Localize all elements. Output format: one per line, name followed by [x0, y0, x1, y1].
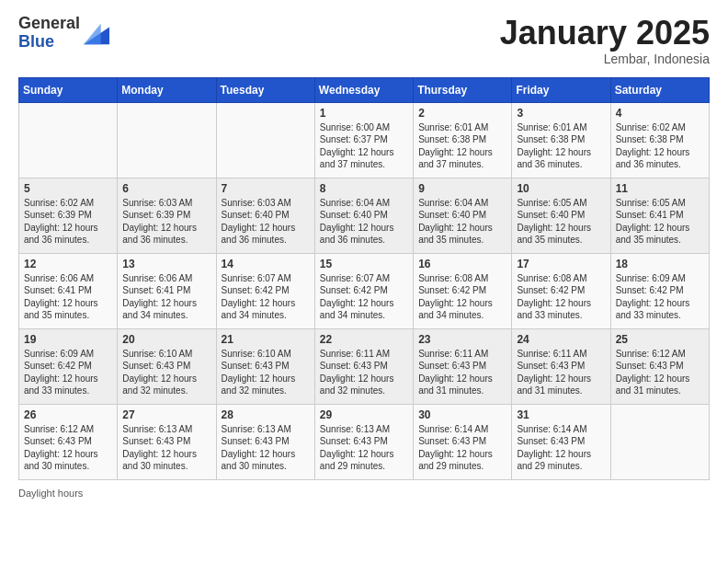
day-number: 17: [517, 258, 605, 270]
calendar-cell: 7Sunrise: 6:03 AM Sunset: 6:40 PM Daylig…: [216, 178, 314, 253]
calendar-cell: 22Sunrise: 6:11 AM Sunset: 6:43 PM Dayli…: [314, 328, 413, 404]
day-info: Sunrise: 6:00 AM Sunset: 6:37 PM Dayligh…: [320, 121, 408, 171]
day-number: 13: [122, 258, 210, 270]
header-cell-wednesday: Wednesday: [314, 77, 413, 102]
calendar-cell: 2Sunrise: 6:01 AM Sunset: 6:38 PM Daylig…: [414, 102, 512, 178]
day-info: Sunrise: 6:02 AM Sunset: 6:38 PM Dayligh…: [616, 121, 704, 171]
day-number: 11: [616, 182, 704, 195]
calendar-cell: 16Sunrise: 6:08 AM Sunset: 6:42 PM Dayli…: [414, 253, 512, 328]
calendar-cell: 6Sunrise: 6:03 AM Sunset: 6:39 PM Daylig…: [118, 178, 216, 253]
month-title: January 2025: [500, 15, 710, 52]
calendar-cell: [118, 102, 216, 178]
calendar-cell: 12Sunrise: 6:06 AM Sunset: 6:41 PM Dayli…: [19, 253, 118, 328]
logo-icon: [84, 20, 109, 46]
calendar-cell: 20Sunrise: 6:10 AM Sunset: 6:43 PM Dayli…: [118, 328, 216, 404]
page: General Blue January 2025 Lembar, Indone…: [0, 0, 728, 513]
calendar-cell: 31Sunrise: 6:14 AM Sunset: 6:43 PM Dayli…: [512, 404, 610, 479]
day-info: Sunrise: 6:04 AM Sunset: 6:40 PM Dayligh…: [418, 197, 506, 247]
day-number: 6: [122, 182, 210, 195]
header-cell-tuesday: Tuesday: [216, 77, 314, 102]
calendar-cell: 18Sunrise: 6:09 AM Sunset: 6:42 PM Dayli…: [610, 253, 709, 328]
subtitle: Lembar, Indonesia: [500, 52, 710, 66]
daylight-label: Daylight hours: [18, 488, 83, 499]
day-info: Sunrise: 6:11 AM Sunset: 6:43 PM Dayligh…: [320, 348, 408, 397]
day-number: 3: [517, 107, 605, 120]
calendar-cell: 11Sunrise: 6:05 AM Sunset: 6:41 PM Dayli…: [610, 178, 709, 253]
logo-text: General Blue: [18, 15, 80, 52]
calendar-cell: [19, 102, 118, 178]
day-number: 1: [320, 107, 408, 120]
day-number: 26: [24, 408, 112, 421]
day-number: 25: [616, 333, 704, 346]
day-info: Sunrise: 6:11 AM Sunset: 6:43 PM Dayligh…: [418, 348, 506, 397]
day-info: Sunrise: 6:03 AM Sunset: 6:40 PM Dayligh…: [222, 197, 310, 247]
day-number: 9: [418, 182, 506, 195]
header-cell-monday: Monday: [118, 77, 216, 102]
day-info: Sunrise: 6:08 AM Sunset: 6:42 PM Dayligh…: [517, 272, 605, 322]
day-number: 8: [320, 182, 408, 195]
day-info: Sunrise: 6:14 AM Sunset: 6:43 PM Dayligh…: [418, 423, 506, 473]
day-number: 19: [24, 333, 112, 346]
day-number: 14: [222, 258, 310, 270]
calendar-cell: 15Sunrise: 6:07 AM Sunset: 6:42 PM Dayli…: [314, 253, 413, 328]
day-info: Sunrise: 6:12 AM Sunset: 6:43 PM Dayligh…: [24, 423, 112, 473]
calendar-cell: 29Sunrise: 6:13 AM Sunset: 6:43 PM Dayli…: [314, 404, 413, 479]
day-info: Sunrise: 6:07 AM Sunset: 6:42 PM Dayligh…: [320, 272, 408, 322]
day-info: Sunrise: 6:06 AM Sunset: 6:41 PM Dayligh…: [122, 272, 210, 322]
calendar-cell: 28Sunrise: 6:13 AM Sunset: 6:43 PM Dayli…: [216, 404, 314, 479]
week-row: 19Sunrise: 6:09 AM Sunset: 6:42 PM Dayli…: [19, 328, 710, 404]
week-row: 1Sunrise: 6:00 AM Sunset: 6:37 PM Daylig…: [19, 102, 710, 178]
calendar-cell: 27Sunrise: 6:13 AM Sunset: 6:43 PM Dayli…: [118, 404, 216, 479]
day-number: 31: [517, 408, 605, 421]
day-number: 23: [418, 333, 506, 346]
day-number: 20: [122, 333, 210, 346]
day-info: Sunrise: 6:01 AM Sunset: 6:38 PM Dayligh…: [517, 121, 605, 171]
day-number: 4: [616, 107, 704, 120]
calendar-cell: [216, 102, 314, 178]
calendar-cell: 9Sunrise: 6:04 AM Sunset: 6:40 PM Daylig…: [414, 178, 512, 253]
calendar-cell: 8Sunrise: 6:04 AM Sunset: 6:40 PM Daylig…: [314, 178, 413, 253]
day-info: Sunrise: 6:13 AM Sunset: 6:43 PM Dayligh…: [222, 423, 310, 473]
day-info: Sunrise: 6:12 AM Sunset: 6:43 PM Dayligh…: [616, 348, 704, 397]
calendar-cell: 21Sunrise: 6:10 AM Sunset: 6:43 PM Dayli…: [216, 328, 314, 404]
day-number: 5: [24, 182, 112, 195]
day-info: Sunrise: 6:05 AM Sunset: 6:41 PM Dayligh…: [616, 197, 704, 247]
header-cell-saturday: Saturday: [610, 77, 709, 102]
day-number: 27: [122, 408, 210, 421]
calendar-cell: 24Sunrise: 6:11 AM Sunset: 6:43 PM Dayli…: [512, 328, 610, 404]
day-info: Sunrise: 6:10 AM Sunset: 6:43 PM Dayligh…: [222, 348, 310, 397]
day-info: Sunrise: 6:09 AM Sunset: 6:42 PM Dayligh…: [616, 272, 704, 322]
calendar-cell: 17Sunrise: 6:08 AM Sunset: 6:42 PM Dayli…: [512, 253, 610, 328]
calendar-cell: 14Sunrise: 6:07 AM Sunset: 6:42 PM Dayli…: [216, 253, 314, 328]
day-number: 22: [320, 333, 408, 346]
calendar-cell: 13Sunrise: 6:06 AM Sunset: 6:41 PM Dayli…: [118, 253, 216, 328]
day-info: Sunrise: 6:08 AM Sunset: 6:42 PM Dayligh…: [418, 272, 506, 322]
logo: General Blue: [18, 15, 109, 52]
header-cell-thursday: Thursday: [414, 77, 512, 102]
calendar-cell: 1Sunrise: 6:00 AM Sunset: 6:37 PM Daylig…: [314, 102, 413, 178]
logo-general: General: [18, 15, 80, 33]
calendar-cell: 30Sunrise: 6:14 AM Sunset: 6:43 PM Dayli…: [414, 404, 512, 479]
day-number: 7: [222, 182, 310, 195]
day-info: Sunrise: 6:13 AM Sunset: 6:43 PM Dayligh…: [320, 423, 408, 473]
calendar-cell: 25Sunrise: 6:12 AM Sunset: 6:43 PM Dayli…: [610, 328, 709, 404]
day-number: 29: [320, 408, 408, 421]
calendar-cell: 26Sunrise: 6:12 AM Sunset: 6:43 PM Dayli…: [19, 404, 118, 479]
day-info: Sunrise: 6:07 AM Sunset: 6:42 PM Dayligh…: [222, 272, 310, 322]
calendar-cell: 5Sunrise: 6:02 AM Sunset: 6:39 PM Daylig…: [19, 178, 118, 253]
svg-marker-1: [84, 24, 101, 44]
day-info: Sunrise: 6:01 AM Sunset: 6:38 PM Dayligh…: [418, 121, 506, 171]
logo-blue: Blue: [18, 32, 54, 51]
calendar-cell: [610, 404, 709, 479]
day-info: Sunrise: 6:14 AM Sunset: 6:43 PM Dayligh…: [517, 423, 605, 473]
day-info: Sunrise: 6:09 AM Sunset: 6:42 PM Dayligh…: [24, 348, 112, 397]
calendar-cell: 19Sunrise: 6:09 AM Sunset: 6:42 PM Dayli…: [19, 328, 118, 404]
header-row: SundayMondayTuesdayWednesdayThursdayFrid…: [19, 77, 710, 102]
header-cell-friday: Friday: [512, 77, 610, 102]
calendar-table: SundayMondayTuesdayWednesdayThursdayFrid…: [18, 77, 710, 480]
calendar-cell: 3Sunrise: 6:01 AM Sunset: 6:38 PM Daylig…: [512, 102, 610, 178]
day-info: Sunrise: 6:11 AM Sunset: 6:43 PM Dayligh…: [517, 348, 605, 397]
day-info: Sunrise: 6:13 AM Sunset: 6:43 PM Dayligh…: [122, 423, 210, 473]
day-info: Sunrise: 6:06 AM Sunset: 6:41 PM Dayligh…: [24, 272, 112, 322]
day-info: Sunrise: 6:04 AM Sunset: 6:40 PM Dayligh…: [320, 197, 408, 247]
